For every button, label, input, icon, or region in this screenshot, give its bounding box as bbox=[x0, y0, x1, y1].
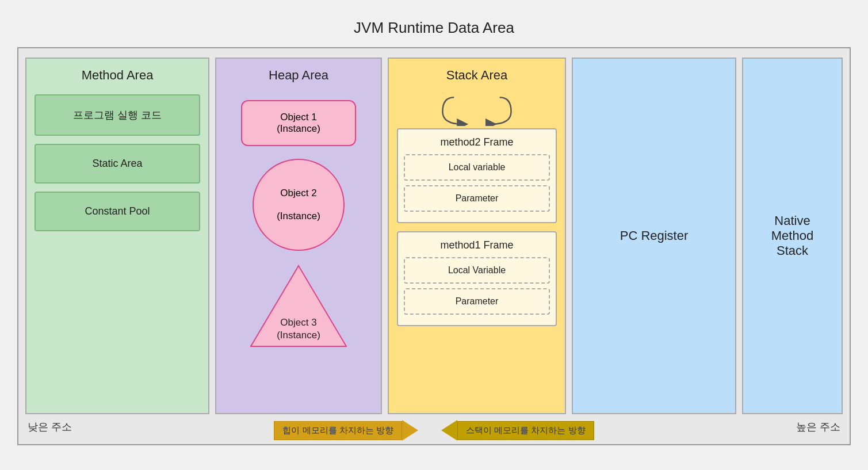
bottom-right-label: 높은 주소 bbox=[796, 420, 840, 434]
frame-method1-local: Local Variable bbox=[404, 257, 550, 284]
method-area: Method Area 프로그램 실행 코드 Static Area Const… bbox=[25, 58, 209, 414]
native-method-stack: Native Method Stack bbox=[742, 58, 843, 414]
main-title: JVM Runtime Data Area bbox=[17, 19, 851, 37]
svg-text:(Instance): (Instance) bbox=[277, 330, 320, 341]
stack-direction-arrow: 스택이 메모리를 차지하는 방향 bbox=[441, 420, 594, 441]
heap-direction-arrow: 힙이 메모리를 차지하는 방향 bbox=[274, 420, 418, 441]
heap-arrow-head bbox=[402, 420, 418, 441]
heap-object-1: Object 1 (Instance) bbox=[241, 100, 356, 146]
frame-method2-param: Parameter bbox=[404, 185, 550, 212]
stack-area: Stack Area bbox=[388, 58, 566, 414]
diagram-wrapper: JVM Runtime Data Area Method Area 프로그램 실… bbox=[0, 7, 868, 463]
triangle-svg: Object 3 (Instance) bbox=[250, 263, 347, 349]
heap-object-3-wrapper: Object 3 (Instance) bbox=[250, 263, 347, 349]
frame-method1-param: Parameter bbox=[404, 288, 550, 315]
method-area-title: Method Area bbox=[35, 68, 200, 83]
method-box-1: Static Area bbox=[35, 144, 200, 184]
frame-method2-title: method2 Frame bbox=[404, 136, 550, 148]
stack-arrow-label: 스택이 메모리를 차지하는 방향 bbox=[457, 421, 594, 440]
bottom-row: 낮은 주소 힙이 메모리를 차지하는 방향 스택이 메모리를 차지하는 방향 높… bbox=[25, 414, 843, 444]
frame-method1-title: method1 Frame bbox=[404, 239, 550, 251]
frame-method2: method2 Frame Local variable Parameter bbox=[397, 128, 557, 223]
bottom-left-label: 낮은 주소 bbox=[28, 420, 72, 434]
frame-method1: method1 Frame Local Variable Parameter bbox=[397, 231, 557, 326]
arrows-bottom: 힙이 메모리를 차지하는 방향 스택이 메모리를 차지하는 방향 bbox=[72, 420, 796, 441]
heap-area: Heap Area Object 1 (Instance) Object 2 (… bbox=[215, 58, 382, 414]
frame-method2-local: Local variable bbox=[404, 154, 550, 181]
outer-container: Method Area 프로그램 실행 코드 Static Area Const… bbox=[17, 47, 851, 445]
stack-arrows-svg bbox=[397, 94, 557, 126]
pc-register: PC Register bbox=[572, 58, 736, 414]
method-box-0: 프로그램 실행 코드 bbox=[35, 94, 200, 136]
heap-area-title: Heap Area bbox=[269, 68, 328, 83]
heap-object-2: Object 2 (Instance) bbox=[253, 159, 345, 251]
svg-text:Object 3: Object 3 bbox=[280, 317, 316, 328]
method-box-2: Constant Pool bbox=[35, 192, 200, 231]
stack-area-title: Stack Area bbox=[397, 68, 557, 83]
areas-row: Method Area 프로그램 실행 코드 Static Area Const… bbox=[25, 58, 843, 414]
heap-arrow-label: 힙이 메모리를 차지하는 방향 bbox=[274, 421, 402, 440]
stack-arrow-head bbox=[441, 420, 457, 441]
